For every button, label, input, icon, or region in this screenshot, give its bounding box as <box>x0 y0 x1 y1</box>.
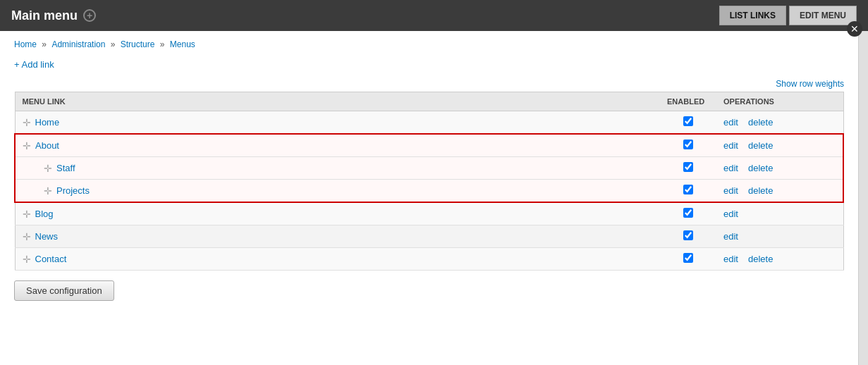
table-row: ✛Abouteditdelete <box>15 134 843 157</box>
breadcrumb-menus[interactable]: Menus <box>170 39 195 49</box>
menu-link-projects[interactable]: Projects <box>56 185 90 196</box>
breadcrumb-administration[interactable]: Administration <box>51 39 105 49</box>
breadcrumb-sep-3: » <box>160 39 167 49</box>
delete-link-home[interactable]: delete <box>748 117 773 128</box>
enabled-checkbox-projects[interactable] <box>683 185 693 194</box>
tab-list-links[interactable]: LIST LINKS <box>719 6 786 25</box>
col-header-menu-link: MENU LINK <box>15 92 660 111</box>
table-row: ✛Projectseditdelete <box>15 180 843 203</box>
add-link-container: + Add link <box>14 59 854 70</box>
enabled-checkbox-blog[interactable] <box>683 208 693 218</box>
table-row: ✛Homeeditdelete <box>15 111 843 135</box>
delete-link-about[interactable]: delete <box>748 140 773 151</box>
drag-handle[interactable]: ✛ <box>23 231 31 242</box>
add-link-button[interactable]: + Add link <box>14 59 54 70</box>
menu-link-news[interactable]: News <box>35 231 59 242</box>
menu-link-home[interactable]: Home <box>35 117 60 128</box>
close-icon: ✕ <box>850 23 859 35</box>
page-content: Home » Administration » Structure » Menu… <box>0 31 868 309</box>
add-icon[interactable]: + <box>83 9 96 22</box>
title-text: Main menu <box>11 8 78 23</box>
edit-link-blog[interactable]: edit <box>723 209 738 219</box>
breadcrumb-structure[interactable]: Structure <box>121 39 155 49</box>
drag-handle[interactable]: ✛ <box>44 185 52 197</box>
enabled-checkbox-contact[interactable] <box>683 253 693 263</box>
delete-link-contact[interactable]: delete <box>748 254 773 264</box>
drag-handle[interactable]: ✛ <box>23 254 31 265</box>
show-row-weights-link[interactable]: Show row weights <box>776 79 844 89</box>
drag-handle[interactable]: ✛ <box>44 163 52 174</box>
save-configuration-button[interactable]: Save configuration <box>14 280 114 301</box>
edit-link-about[interactable]: edit <box>723 140 738 151</box>
edit-link-news[interactable]: edit <box>723 231 738 242</box>
breadcrumb: Home » Administration » Structure » Menu… <box>14 39 854 49</box>
menu-link-contact[interactable]: Contact <box>35 254 67 264</box>
delete-link-staff[interactable]: delete <box>748 163 773 173</box>
close-button[interactable]: ✕ <box>847 21 862 37</box>
drag-handle[interactable]: ✛ <box>23 117 31 128</box>
breadcrumb-home[interactable]: Home <box>14 39 37 49</box>
table-row: ✛Blogedit <box>15 202 843 225</box>
menu-link-about[interactable]: About <box>35 140 59 151</box>
edit-link-contact[interactable]: edit <box>723 254 738 264</box>
table-row: ✛Contacteditdelete <box>15 248 843 271</box>
table-row: ✛Newsedit <box>15 225 843 248</box>
breadcrumb-sep-2: » <box>111 39 118 49</box>
delete-link-projects[interactable]: delete <box>748 185 773 196</box>
page-title: Main menu + <box>11 8 96 23</box>
edit-link-home[interactable]: edit <box>723 117 738 128</box>
col-header-enabled: ENABLED <box>660 92 716 111</box>
drag-handle[interactable]: ✛ <box>23 140 31 151</box>
page-header: Main menu + LIST LINKS EDIT MENU <box>0 0 868 31</box>
edit-link-projects[interactable]: edit <box>723 185 738 196</box>
drag-handle[interactable]: ✛ <box>23 209 31 220</box>
table-container: Show row weights MENU LINK ENABLED OPERA… <box>14 78 844 271</box>
table-row: ✛Staffeditdelete <box>15 157 843 180</box>
menu-link-staff[interactable]: Staff <box>56 163 75 173</box>
enabled-checkbox-news[interactable] <box>683 230 693 240</box>
edit-link-staff[interactable]: edit <box>723 163 738 173</box>
row-weights-container: Show row weights <box>14 78 844 89</box>
menu-table: MENU LINK ENABLED OPERATIONS ✛Homeeditde… <box>14 92 844 271</box>
scrollbar[interactable] <box>858 31 868 365</box>
menu-link-blog[interactable]: Blog <box>35 209 54 219</box>
enabled-checkbox-home[interactable] <box>683 116 693 126</box>
tab-edit-menu[interactable]: EDIT MENU <box>789 6 857 25</box>
breadcrumb-sep-1: » <box>42 39 49 49</box>
table-header-row: MENU LINK ENABLED OPERATIONS <box>15 92 843 111</box>
enabled-checkbox-about[interactable] <box>683 140 693 149</box>
header-tabs: LIST LINKS EDIT MENU <box>719 6 857 25</box>
enabled-checkbox-staff[interactable] <box>683 162 693 172</box>
col-header-operations: OPERATIONS <box>716 92 843 111</box>
